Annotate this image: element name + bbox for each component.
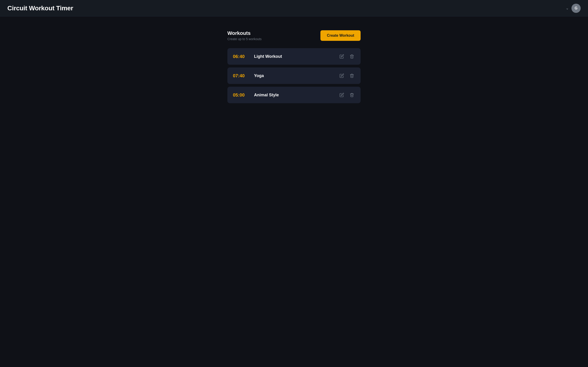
- workout-name: Yoga: [254, 73, 264, 78]
- workout-list: 06:40 Light Workout: [227, 48, 361, 103]
- avatar[interactable]: G: [571, 4, 581, 13]
- app-title: Circuit Workout Timer: [7, 5, 73, 12]
- navbar: Circuit Workout Timer ⌄ G: [0, 0, 588, 17]
- trash-icon: [350, 54, 354, 59]
- section-title: Workouts: [227, 30, 262, 36]
- list-item: 05:00 Animal Style: [227, 87, 361, 103]
- main-content: Workouts Create up to 5 workouts Create …: [0, 17, 588, 117]
- delete-button[interactable]: [349, 92, 355, 98]
- workout-name: Light Workout: [254, 54, 282, 59]
- workout-time: 05:00: [233, 92, 250, 98]
- chevron-down-icon: ⌄: [566, 6, 569, 10]
- workout-left: 07:40 Yoga: [233, 73, 264, 78]
- edit-icon: [339, 73, 344, 78]
- trash-icon: [350, 93, 354, 97]
- list-item: 06:40 Light Workout: [227, 48, 361, 65]
- trash-icon: [350, 73, 354, 78]
- navbar-right: ⌄ G: [566, 4, 581, 13]
- delete-button[interactable]: [349, 73, 355, 79]
- edit-icon: [339, 54, 344, 59]
- workout-actions: [338, 73, 355, 79]
- workout-actions: [338, 92, 355, 98]
- edit-icon: [339, 93, 344, 97]
- create-workout-button[interactable]: Create Workout: [320, 30, 361, 41]
- delete-button[interactable]: [349, 53, 355, 60]
- workout-time: 07:40: [233, 73, 250, 78]
- edit-button[interactable]: [338, 53, 345, 60]
- workout-left: 06:40 Light Workout: [233, 54, 282, 59]
- edit-button[interactable]: [338, 92, 345, 98]
- list-item: 07:40 Yoga: [227, 67, 361, 84]
- workout-actions: [338, 53, 355, 60]
- header-text-block: Workouts Create up to 5 workouts: [227, 30, 262, 41]
- workout-time: 06:40: [233, 54, 250, 59]
- workout-left: 05:00 Animal Style: [233, 92, 279, 98]
- edit-button[interactable]: [338, 73, 345, 79]
- workout-name: Animal Style: [254, 93, 279, 98]
- section-subtitle: Create up to 5 workouts: [227, 37, 262, 41]
- workouts-container: Workouts Create up to 5 workouts Create …: [227, 30, 361, 103]
- header-row: Workouts Create up to 5 workouts Create …: [227, 30, 361, 41]
